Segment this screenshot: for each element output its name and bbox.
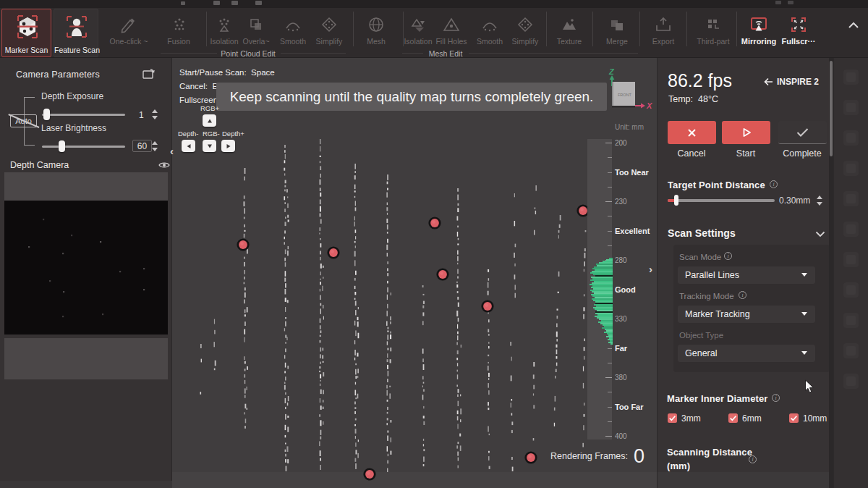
- side-tool-icon[interactable]: [843, 161, 859, 176]
- checkbox-10mm[interactable]: [789, 413, 799, 423]
- depth-exposure-value[interactable]: 1: [139, 110, 144, 120]
- checkbox-10mm-label[interactable]: 10mm: [803, 413, 827, 424]
- scan-settings-chevron-icon[interactable]: [815, 231, 825, 237]
- rgb-plus-key[interactable]: [203, 114, 216, 127]
- toolbar-button-merge[interactable]: Merge: [592, 10, 642, 55]
- camera-parameters-title: Camera Parameters: [16, 70, 100, 80]
- flip-view-icon[interactable]: [142, 67, 156, 80]
- scan-viewport[interactable]: Start/Pause Scan: Space Cancel: E Fullsc…: [172, 58, 657, 488]
- checkbox-6mm-label[interactable]: 6mm: [742, 413, 762, 424]
- target-point-distance-info-icon[interactable]: i: [770, 180, 778, 188]
- side-tool-icon[interactable]: [843, 100, 859, 115]
- export-label: Export: [652, 37, 674, 46]
- marker-inner-diameter-info-icon[interactable]: i: [772, 394, 780, 402]
- laser-brightness-stepper[interactable]: [151, 140, 159, 152]
- laser-brightness-slider-handle[interactable]: [59, 140, 65, 152]
- collapse-right-panel-chevron[interactable]: ›: [649, 263, 652, 275]
- target-point-distance-slider[interactable]: [668, 199, 775, 202]
- eye-icon[interactable]: [158, 161, 170, 169]
- toolbar-group-rule: [469, 53, 638, 54]
- feature-scan-icon: [64, 13, 89, 41]
- tracking-mode-dropdown[interactable]: Marker Tracking: [678, 306, 815, 323]
- scale-number-330: 330: [615, 315, 627, 323]
- side-tool-icon[interactable]: [843, 130, 859, 146]
- laser-brightness-value[interactable]: 60: [132, 140, 152, 152]
- object-type-dropdown[interactable]: General: [678, 345, 815, 362]
- toolbar-group-rule: [161, 53, 217, 54]
- side-tool-icon[interactable]: [843, 191, 859, 206]
- scale-tick: [605, 377, 612, 378]
- toolbar-button-texture[interactable]: Texture: [545, 10, 594, 55]
- toolbar-button-export[interactable]: Export: [639, 10, 688, 55]
- scanning-distance-info-icon[interactable]: i: [749, 455, 757, 463]
- toolbar-separator: [639, 12, 640, 46]
- main-toolbar: Marker Scan Feature Scan One-click ~Fusi…: [0, 8, 868, 58]
- toolbar-button-fullscreen[interactable]: Fullscr···: [774, 10, 823, 55]
- temperature-readout: Temp: 48°C: [668, 94, 718, 104]
- rgb-minus-key[interactable]: [203, 140, 216, 152]
- side-tool-icon[interactable]: [843, 282, 859, 298]
- smooth-mesh-icon: [480, 15, 499, 34]
- scale-unit-label: Unit: mm: [615, 123, 644, 131]
- checkbox-6mm[interactable]: [728, 413, 738, 423]
- toolbar-button-simplify-pc[interactable]: Simplify: [305, 10, 354, 55]
- target-point-distance-slider-handle[interactable]: [674, 195, 678, 206]
- toolbar-group-label-0: Point Cloud Edit: [221, 49, 275, 58]
- depth-minus-key[interactable]: [182, 140, 195, 152]
- scale-zone-far: Far: [615, 344, 627, 353]
- check-icon: [796, 128, 809, 137]
- checkbox-3mm-label[interactable]: 3mm: [681, 413, 701, 424]
- start-button[interactable]: [722, 121, 770, 144]
- side-tool-icon[interactable]: [843, 374, 859, 389]
- third-part-label: Third-part: [697, 37, 730, 46]
- tracking-mode-info-icon[interactable]: i: [739, 291, 746, 299]
- tab-feature-scan[interactable]: Feature Scan: [54, 9, 98, 57]
- cancel-button[interactable]: [668, 121, 716, 144]
- toolbar-button-simplify-mesh[interactable]: Simplify: [501, 10, 550, 55]
- rendering-frames-value: 0: [634, 445, 644, 468]
- panel-scrollbar-thumb[interactable]: [830, 61, 833, 156]
- checkbox-3mm[interactable]: [668, 413, 677, 423]
- smooth-pc-icon: [284, 15, 302, 34]
- side-tool-icon[interactable]: [843, 252, 859, 267]
- depth-plus-key[interactable]: [221, 140, 235, 152]
- tab-marker-scan[interactable]: Marker Scan: [1, 9, 51, 57]
- complete-button[interactable]: [778, 121, 827, 144]
- target-point-distance-stepper[interactable]: [816, 195, 824, 206]
- rendering-frames-label: Rendering Frames:: [512, 451, 628, 461]
- scale-tick: [608, 157, 612, 158]
- device-name[interactable]: INSPIRE 2: [777, 77, 819, 87]
- side-tool-icon[interactable]: [843, 313, 859, 328]
- target-point-distance-value[interactable]: 0.30mm: [779, 195, 810, 206]
- side-tool-icon[interactable]: [843, 343, 859, 358]
- scale-tick: [605, 201, 612, 202]
- toolbar-button-one-click[interactable]: One-click ~: [104, 10, 153, 55]
- laser-brightness-label: Laser Brightness: [41, 123, 106, 133]
- toolbar-collapse-button[interactable]: [848, 21, 859, 30]
- scanning-distance-label: Scanning Distance: [667, 447, 752, 458]
- collapse-left-panel-chevron[interactable]: ‹: [170, 145, 174, 157]
- depth-exposure-stepper[interactable]: [151, 109, 159, 120]
- auto-toggle[interactable]: Auto: [10, 114, 37, 127]
- depth-exposure-slider-handle[interactable]: [43, 109, 50, 120]
- laser-brightness-slider[interactable]: [42, 146, 125, 148]
- start-button-label: Start: [736, 148, 755, 159]
- side-tool-icon[interactable]: [843, 222, 859, 237]
- texture-icon: [560, 15, 579, 34]
- cancel-button-label: Cancel: [678, 148, 706, 159]
- back-arrow-icon[interactable]: [763, 77, 774, 86]
- scale-zone-too-far: Too Far: [615, 403, 644, 411]
- axis-gizmo[interactable]: Z FRONT X: [603, 64, 654, 114]
- shortcut-cancel: Cancel: E: [179, 82, 218, 91]
- scale-tick: [608, 363, 612, 363]
- toolbar-button-third-part[interactable]: Third-part: [689, 10, 738, 55]
- scan-settings-title[interactable]: Scan Settings: [668, 227, 736, 239]
- toolbar-button-fusion[interactable]: Fusion: [154, 10, 203, 55]
- camera-feed-bottom-bar: [4, 338, 168, 379]
- scanning-distance-unit: (mm): [667, 460, 690, 471]
- side-tool-icon[interactable]: [843, 70, 859, 85]
- depth-exposure-slider[interactable]: [42, 114, 125, 116]
- scan-mode-info-icon[interactable]: i: [724, 252, 732, 260]
- fill-holes-icon: [442, 15, 461, 34]
- scan-mode-dropdown[interactable]: Parallel Lines: [678, 266, 815, 284]
